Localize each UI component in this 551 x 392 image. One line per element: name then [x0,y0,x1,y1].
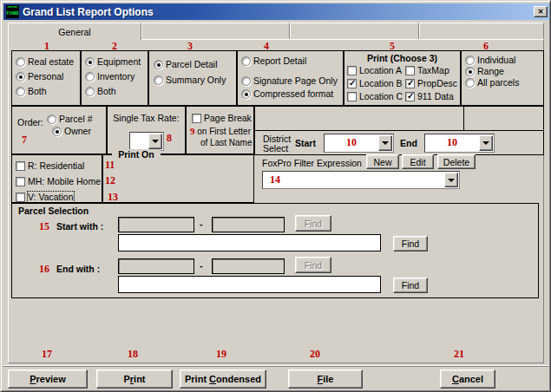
radio-parcel-number[interactable]: Parcel # [47,114,93,124]
print-on-frame [102,154,254,203]
radio-label: Parcel # [59,114,93,124]
checkbox-label: 911 Data [417,91,454,101]
empty-frame-divider [463,106,464,131]
start-range-find-button-disabled: Find [295,215,331,232]
tab-general-label: General [58,27,90,37]
district-start-value: 10 [325,136,378,149]
checkbox-vacation[interactable]: V: Vacation [16,192,74,202]
start-find-button[interactable]: Find [393,236,428,252]
tab-general[interactable]: General [8,23,141,40]
radio-icon [241,89,251,99]
foxpro-expression-dropdown[interactable]: 14 [262,171,460,189]
dropdown-arrow-icon[interactable] [444,173,458,187]
radio-icon [465,67,475,76]
checkbox-residential[interactable]: R: Residential [16,160,84,171]
foxpro-expression-value: 14 [270,173,444,186]
foxpro-new-button[interactable]: New [366,154,399,169]
foxpro-edit-button[interactable]: Edit [402,154,434,169]
button-label: Print [123,374,145,384]
radio-equipment[interactable]: Equipment [85,56,141,67]
radio-label: Real estate [28,56,74,67]
range-dash: - [200,260,203,271]
radio-label: Equipment [97,56,141,67]
radio-both-property[interactable]: Both [16,86,47,96]
radio-signature-page-only[interactable]: Signature Page Only [241,75,338,86]
checkbox-icon [16,177,25,186]
label-accel: C [452,374,459,384]
button-label: File [318,374,334,384]
district-end-label: End [400,138,417,148]
radio-compressed-format[interactable]: Compressed format [241,88,333,99]
label-pre: P [123,374,129,384]
district-end-value: 10 [425,136,479,149]
checkbox-location-c[interactable]: Location C [347,91,403,101]
dropdown-arrow-icon[interactable] [148,134,162,149]
report-format-group: Report Detail Signature Page Only Compre… [237,50,344,106]
page-break-line2-text: on First Letter [197,127,251,136]
radio-icon [241,76,251,86]
radio-label: Owner [64,126,91,136]
dropdown-arrow-icon[interactable] [479,135,493,151]
checkbox-mobile-home[interactable]: MH: Mobile Home [16,176,101,186]
checkbox-location-a[interactable]: Location A [347,65,402,75]
radio-icon [241,56,251,66]
radio-label: Parcel Detail [166,59,218,69]
radio-icon [52,127,62,136]
district-start-dropdown[interactable]: 10 [324,134,394,153]
property-type-group: Real estate Personal Both [11,50,81,106]
tab-blank-4[interactable] [419,23,544,39]
checkbox-page-break[interactable]: Page Break [192,113,252,123]
end-with-input[interactable] [118,276,381,293]
radio-icon [16,72,25,82]
marker-20: 20 [310,348,320,361]
tab-blank-3[interactable] [290,23,419,39]
preview-button[interactable]: Preview [8,369,88,389]
checkbox-location-b[interactable]: Location B [347,78,403,88]
marker-21: 21 [454,348,464,361]
checkbox-label: Location A [359,65,402,75]
district-end-dropdown[interactable]: 10 [424,134,495,153]
title-bar[interactable]: NEMRC FUND Grand List Report Options ✕ [3,3,549,20]
checkbox-911-data[interactable]: 911 Data [405,91,454,101]
checkbox-label: Location C [359,91,403,101]
radio-summary-only[interactable]: Summary Only [154,75,226,85]
radio-icon [154,60,163,69]
radio-icon [85,72,95,82]
radio-individual[interactable]: Individual [465,55,515,65]
tab-blank-2[interactable] [141,23,290,39]
dropdown-arrow-icon[interactable] [378,135,392,151]
radio-label: Both [28,86,47,96]
radio-range[interactable]: Range [465,66,504,76]
start-with-input[interactable] [118,234,381,252]
radio-label: Report Detail [253,56,306,66]
cancel-button[interactable]: Cancel [440,369,495,389]
checkbox-label: TaxMap [417,65,449,75]
order-label: Order: [17,117,43,127]
radio-real-estate[interactable]: Real estate [16,56,74,67]
radio-report-detail[interactable]: Report Detail [241,56,306,66]
checkbox-propdesc[interactable]: PropDesc [405,78,457,88]
radio-inventory[interactable]: Inventory [85,71,134,82]
file-button[interactable]: File [288,369,363,389]
single-tax-rate-dropdown[interactable] [129,132,164,151]
end-find-button[interactable]: Find [393,278,428,293]
print-condensed-button[interactable]: Print Condensed [180,369,266,389]
radio-parcel-detail[interactable]: Parcel Detail [154,59,218,69]
radio-both-equipment[interactable]: Both [85,86,116,96]
marker-13: 13 [108,191,118,204]
radio-owner[interactable]: Owner [52,126,91,136]
close-button[interactable]: ✕ [534,6,548,17]
radio-all-parcels[interactable]: All parcels [465,77,519,88]
marker-7: 7 [22,134,27,147]
order-group: Order: Parcel # Owner [11,106,107,154]
end-with-label: End with : [56,264,100,274]
checkbox-icon [405,92,415,101]
checkbox-taxmap[interactable]: TaxMap [405,65,449,75]
button-label: Find [305,219,322,229]
radio-personal[interactable]: Personal [16,71,63,82]
checkbox-label: Page Break [204,113,252,123]
print-button[interactable]: Print [96,369,173,389]
foxpro-delete-button[interactable]: Delete [437,154,476,169]
print-choose-group: Print (Choose 3) Location A TaxMap Locat… [344,50,461,106]
checkbox-label: V: Vacation [28,192,74,202]
